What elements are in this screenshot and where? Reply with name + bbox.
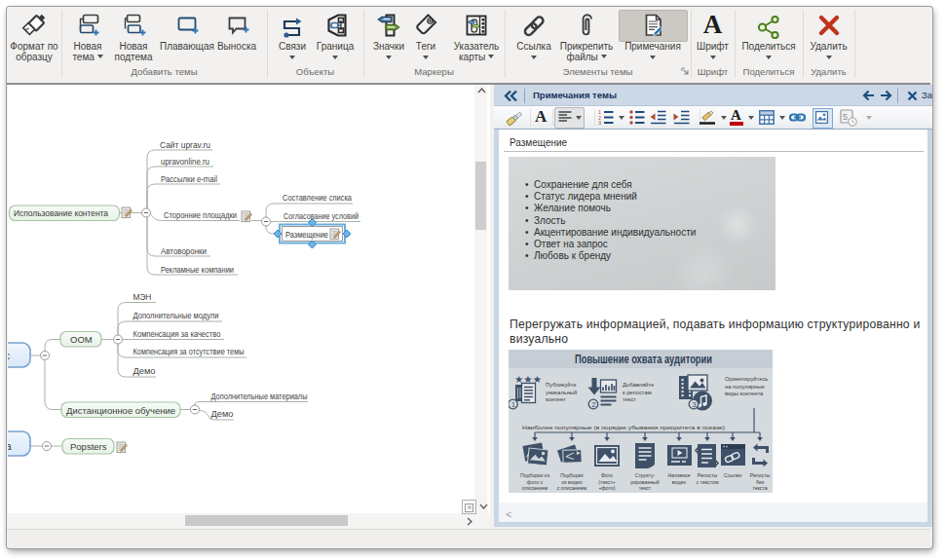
svg-text:Использование контента: Использование контента [14, 207, 109, 218]
svg-text:Подборки: Подборки [560, 472, 584, 478]
svg-text:3: 3 [692, 400, 697, 409]
svg-text:Демо: Демо [211, 409, 234, 419]
svg-text:Структу-: Структу- [635, 472, 656, 478]
svg-text:Наиболее популярные (в порядке: Наиболее популярные (в порядке убывания … [522, 425, 725, 430]
svg-text:Дистанционное обучение: Дистанционное обучение [66, 405, 175, 416]
svg-text:Рекламные компании: Рекламные компании [161, 265, 234, 275]
svg-text:на популярные: на популярные [725, 384, 765, 390]
svg-text:Составление списка: Составление списка [283, 193, 352, 203]
svg-text:Размещение: Размещение [285, 229, 328, 240]
svg-text:Сайт uprav.ru: Сайт uprav.ru [160, 140, 210, 150]
svg-text:upravonline.ru: upravonline.ru [161, 157, 209, 167]
svg-text:МЭН: МЭН [133, 292, 152, 302]
svg-text:с описанием: с описанием [557, 485, 587, 491]
svg-text:фото с: фото с [527, 479, 544, 485]
svg-text:Подборки из: Подборки из [520, 472, 550, 478]
svg-text:Компенсация за качество: Компенсация за качество [133, 329, 221, 339]
svg-text:Дополнительные модули: Дополнительные модули [133, 311, 219, 320]
svg-text:Согласование условий: Согласование условий [284, 211, 359, 221]
svg-text:виды контента: виды контента [725, 391, 764, 396]
svg-text:Ориентируйтесь: Ориентируйтесь [725, 376, 768, 382]
svg-text:Popsters: Popsters [70, 441, 107, 452]
svg-text:Автоворонки: Автоворонки [161, 246, 207, 256]
svg-text:Нативное: Нативное [667, 472, 690, 478]
svg-text:контент: контент [546, 396, 566, 402]
svg-text:3: 3 [598, 120, 601, 125]
svg-text:рированный: рированный [630, 479, 660, 485]
svg-text:Ссылки: Ссылки [724, 472, 741, 478]
svg-text:Повышение охвата аудитории: Повышение охвата аудитории [575, 353, 712, 366]
svg-text:+фото): +фото) [599, 485, 616, 491]
svg-text:(текст+: (текст+ [598, 479, 615, 485]
svg-text:из видео: из видео [561, 479, 582, 485]
svg-text:текст: текст [639, 485, 652, 491]
svg-text:описанием: описанием [522, 485, 548, 491]
svg-text:видео: видео [672, 479, 687, 485]
svg-text:Дополнительные материалы: Дополнительные материалы [211, 392, 308, 401]
svg-text:текст: текст [623, 396, 636, 402]
svg-text:Добавляйте: Добавляйте [623, 382, 654, 388]
svg-text:без: без [756, 479, 765, 485]
svg-text:уникальный: уникальный [546, 390, 577, 395]
svg-text:Репосты: Репосты [698, 472, 718, 478]
svg-text:Репосты: Репосты [750, 472, 771, 478]
svg-text:ООМ: ООМ [70, 334, 93, 345]
svg-text:с: с [8, 351, 10, 361]
svg-text:текста: текста [752, 485, 767, 491]
svg-text:Фото: Фото [601, 472, 613, 478]
svg-text:с текстом: с текстом [697, 479, 719, 485]
svg-text:а: а [8, 441, 12, 452]
svg-text:Сторонние площадки: Сторонние площадки [164, 210, 237, 220]
svg-text:к репостам: к репостам [623, 390, 652, 395]
svg-text:Компенсация за отсутствие темы: Компенсация за отсутствие темы [133, 347, 245, 356]
svg-text:Публикуйте: Публикуйте [546, 382, 576, 388]
svg-text:Демо: Демо [133, 366, 156, 376]
svg-text:2: 2 [591, 400, 596, 409]
svg-text:Рассылки e-mail: Рассылки e-mail [161, 174, 217, 184]
svg-text:1: 1 [511, 400, 516, 409]
